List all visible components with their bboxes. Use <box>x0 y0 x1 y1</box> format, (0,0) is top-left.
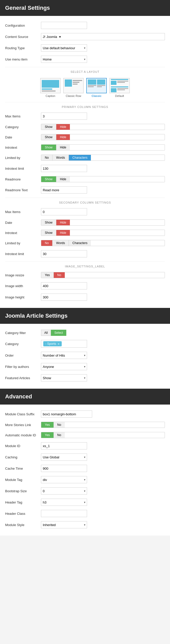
module-tag-select[interactable]: div <box>41 476 87 483</box>
secondary-date-show-btn[interactable]: Show <box>41 220 56 225</box>
routing-type-row: Routing Type Use default behaviour ▾ <box>5 42 165 54</box>
caching-label: Caching <box>5 455 41 459</box>
image-height-input[interactable] <box>41 294 87 301</box>
featured-articles-select[interactable]: Show <box>41 374 87 381</box>
default-line1 <box>111 79 128 80</box>
module-style-select[interactable]: Inherited <box>41 521 87 528</box>
joomla-article-settings-body: Category filter All Select Category - Sp… <box>0 324 170 389</box>
more-stories-link-yes-btn[interactable]: Yes <box>41 422 54 428</box>
secondary-limited-no-btn[interactable]: No <box>41 240 52 246</box>
secondary-limited-words-btn[interactable]: Words <box>52 240 69 246</box>
default-row1 <box>111 81 128 85</box>
module-class-suffix-input[interactable] <box>41 410 92 418</box>
configuration-input[interactable] <box>41 22 87 29</box>
header-class-input[interactable] <box>41 510 87 517</box>
primary-max-items-input[interactable] <box>41 113 87 120</box>
secondary-max-items-row: Max Items <box>5 206 165 217</box>
primary-introtext-btngroup: Show Hide <box>41 144 165 150</box>
primary-readmore-row: Readmore Show Hide <box>5 174 165 184</box>
image-resize-no-btn[interactable]: No <box>54 272 65 278</box>
secondary-introtext-limit-row: Introtext limit <box>5 248 165 259</box>
classic-cell2-img <box>97 79 105 85</box>
primary-readmore-text-control <box>41 186 165 194</box>
secondary-max-items-input[interactable] <box>41 208 87 215</box>
classic-row-line1 <box>73 80 82 81</box>
cache-time-input[interactable] <box>41 465 87 472</box>
caching-wrapper: Use Global ▾ <box>41 454 87 461</box>
primary-introtext-limit-input[interactable] <box>41 165 87 172</box>
image-settings-header: IMAGE_SETTINGS_LABEL <box>5 261 165 270</box>
secondary-date-control: Show Hide <box>41 219 165 226</box>
primary-readmore-text-input[interactable] <box>41 186 87 194</box>
secondary-limited-characters-btn[interactable]: Characters <box>69 240 91 246</box>
secondary-date-row: Date Show Hide <box>5 217 165 228</box>
layout-label-classic-row: Classic Row <box>66 94 81 97</box>
dropdown-arrow-icon: ▾ <box>59 35 61 39</box>
layout-item-default[interactable]: Default <box>109 78 130 97</box>
header-class-control <box>41 510 165 517</box>
general-settings-header: General Settings <box>0 0 170 16</box>
configuration-row: Configuration <box>5 20 165 31</box>
bootstrap-size-select[interactable]: 0 <box>41 487 87 495</box>
secondary-introtext-hide-btn[interactable]: Hide <box>56 230 70 236</box>
layout-item-classic-row[interactable]: Classic Row <box>63 78 84 97</box>
dl4 <box>117 89 125 90</box>
primary-readmore-hide-btn[interactable]: Hide <box>56 176 70 182</box>
joomla-source-dropdown[interactable]: J! Joomla ▾ <box>41 33 165 40</box>
secondary-introtext-limit-input[interactable] <box>41 250 87 257</box>
module-style-wrapper: Inherited ▾ <box>41 521 87 528</box>
routing-type-wrapper: Use default behaviour ▾ <box>41 44 87 52</box>
secondary-date-hide-btn[interactable]: Hide <box>56 220 70 225</box>
header-tag-wrapper: h3 ▾ <box>41 499 87 506</box>
routing-type-select[interactable]: Use default behaviour <box>41 44 87 52</box>
bootstrap-size-label: Bootstrap Size <box>5 489 41 493</box>
category-tag-sports[interactable]: - Sports × <box>43 341 62 346</box>
category-tag-remove-icon[interactable]: × <box>58 342 60 346</box>
primary-date-show-btn[interactable]: Show <box>41 134 56 140</box>
module-id-input[interactable] <box>41 442 87 449</box>
automatic-module-id-no-btn[interactable]: No <box>54 432 65 438</box>
primary-introtext-limit-label: Introtext limit <box>5 167 41 170</box>
secondary-introtext-limit-control <box>41 250 165 257</box>
automatic-module-id-yes-btn[interactable]: Yes <box>41 432 54 438</box>
filter-by-authors-select[interactable]: Anyone <box>41 363 87 370</box>
primary-limited-no-btn[interactable]: No <box>41 155 52 160</box>
featured-articles-wrapper: Show ▾ <box>41 374 87 381</box>
secondary-limited-by-btngroup: No Words Characters <box>41 240 165 246</box>
module-style-label: Module Style <box>5 523 41 527</box>
secondary-introtext-show-btn[interactable]: Show <box>41 230 56 236</box>
primary-introtext-hide-btn[interactable]: Hide <box>56 145 70 150</box>
primary-category-hide-btn[interactable]: Hide <box>56 124 70 130</box>
header-class-label: Header Class <box>5 512 41 516</box>
primary-limited-characters-btn[interactable]: Characters <box>69 155 91 160</box>
category-filter-select-btn[interactable]: Select <box>51 330 66 336</box>
primary-limited-words-btn[interactable]: Words <box>52 155 69 160</box>
primary-introtext-show-btn[interactable]: Show <box>41 145 56 150</box>
primary-category-show-btn[interactable]: Show <box>41 124 56 130</box>
category-row: Category - Sports × <box>5 338 165 350</box>
automatic-module-id-btngroup: Yes No <box>41 432 165 438</box>
category-filter-all-btn[interactable]: All <box>41 330 51 336</box>
bootstrap-size-row: Bootstrap Size 0 ▾ <box>5 485 165 497</box>
primary-readmore-show-btn[interactable]: Show <box>41 176 56 182</box>
layout-item-classic[interactable]: Classic <box>86 78 107 97</box>
primary-readmore-text-label: Readmore Text <box>5 188 41 192</box>
more-stories-link-no-btn[interactable]: No <box>54 422 65 428</box>
caching-select[interactable]: Use Global <box>41 454 87 461</box>
category-input-box[interactable]: - Sports × <box>41 340 87 348</box>
header-tag-select[interactable]: h3 <box>41 499 87 506</box>
image-resize-yes-btn[interactable]: Yes <box>41 272 54 278</box>
layout-item-caption[interactable]: Caption <box>40 78 61 97</box>
module-id-label: Module ID <box>5 444 41 448</box>
order-control: Number of Hits ▾ <box>41 352 165 359</box>
caption-bar2 <box>42 90 56 92</box>
general-settings-body: Configuration Content Source J! Joomla ▾… <box>0 16 170 308</box>
secondary-introtext-btngroup: Show Hide <box>41 230 165 236</box>
module-style-control: Inherited ▾ <box>41 521 165 528</box>
image-width-label: Image width <box>5 284 41 288</box>
image-width-input[interactable] <box>41 282 87 289</box>
primary-date-hide-btn[interactable]: Hide <box>56 134 70 140</box>
primary-readmore-btngroup: Show Hide <box>41 176 165 182</box>
order-select[interactable]: Number of Hits <box>41 352 87 359</box>
use-menu-item-select[interactable]: Home <box>41 56 87 63</box>
